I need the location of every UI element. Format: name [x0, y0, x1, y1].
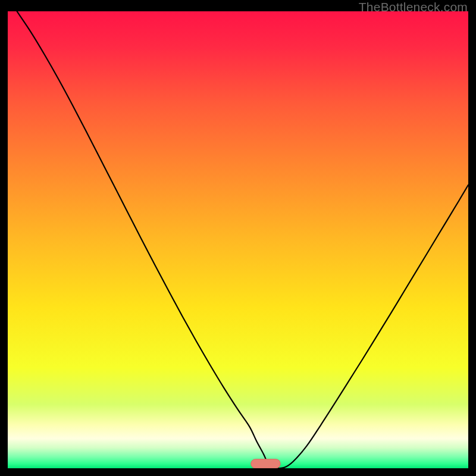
bottleneck-chart	[8, 11, 468, 468]
watermark-text: TheBottleneck.com	[359, 0, 468, 14]
gradient-background	[8, 11, 468, 468]
bottleneck-marker	[251, 459, 281, 468]
chart-frame	[8, 11, 468, 468]
